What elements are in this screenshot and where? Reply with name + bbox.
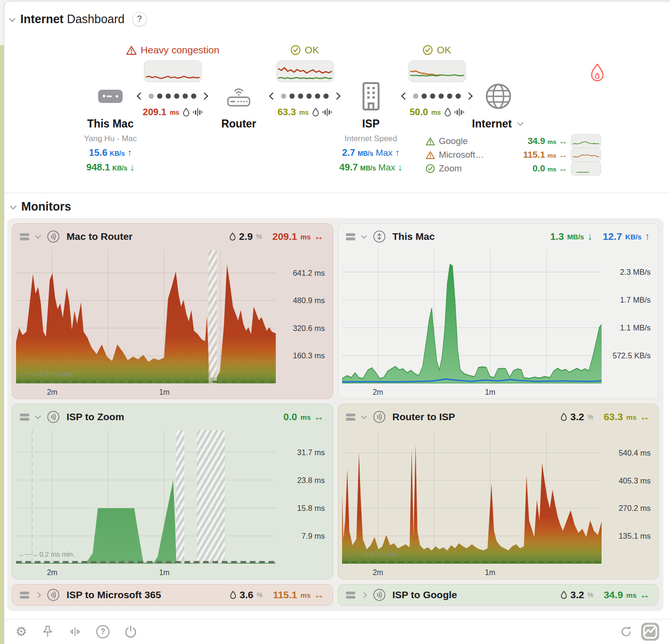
speed-value: 15.6 (89, 147, 108, 158)
monitor-title: Mac to Router (67, 231, 133, 242)
node-internet[interactable]: Internet (472, 83, 524, 130)
expand-chevron-icon[interactable] (35, 592, 41, 598)
pager-next-icon[interactable] (201, 92, 209, 100)
monitor-card-header[interactable]: ISP to Zoom 0.0 ms ↔ (12, 404, 333, 427)
x-axis-labels: 2m1m (16, 566, 276, 577)
latency-chart (16, 250, 276, 383)
node-isp[interactable]: ISP Internet Speed 2.7MB/sMax↑ 49.7MB/sM… (339, 83, 402, 173)
monitor-title: ISP to Google (393, 589, 457, 601)
drag-handle-icon[interactable] (20, 592, 29, 599)
chart-area[interactable]: 572.5 KB/s1.1 MB/s1.7 MB/s2.3 MB/s 2m1m (338, 248, 659, 398)
help-circle-icon[interactable]: ? (96, 625, 109, 638)
x-tick-label: 1m (485, 388, 495, 397)
loss-unit: % (587, 413, 593, 421)
destination-row-microsoft[interactable]: Microsoft… 115.1ms↔ (426, 148, 601, 161)
latency-value: 115.1 (273, 589, 297, 601)
download-arrow-icon: ↓ (398, 162, 402, 173)
collapse-chevron-icon[interactable] (361, 413, 367, 419)
split-horizontal-icon[interactable] (68, 626, 82, 637)
check-circle-icon (291, 45, 301, 55)
node-this-mac[interactable]: This Mac Yang Hu - Mac 15.6KB/s↑ 948.1KB… (84, 83, 137, 173)
monitor-title: ISP to Zoom (67, 411, 124, 423)
collapse-chevron-icon[interactable] (35, 413, 41, 419)
drag-handle-icon[interactable] (346, 592, 355, 599)
link-sparkline[interactable] (144, 60, 201, 82)
x-tick-label: 1m (159, 388, 169, 397)
collapse-chevron-icon[interactable] (10, 203, 17, 209)
link-sparkline[interactable] (408, 60, 466, 82)
refresh-icon[interactable] (620, 626, 632, 638)
node-router[interactable]: Router (221, 83, 256, 130)
monitor-card-header[interactable]: Router to ISP 3.2 % 63.3 ms ↔ (338, 404, 659, 427)
status-text: Heavy congestion (141, 44, 219, 56)
power-icon[interactable] (124, 625, 137, 638)
monitor-card-isp-to-microsoft-365[interactable]: ISP to Microsoft 365 3.6 % 115.1 ms ↔ (12, 584, 333, 606)
link-latency: 63.3 ms (277, 107, 332, 118)
collapse-chevron-icon[interactable] (35, 233, 41, 239)
bottom-toolbar: ⚙ ? (4, 619, 670, 644)
hop-pager[interactable] (270, 90, 340, 102)
drag-handle-icon[interactable] (346, 233, 355, 240)
pager-dot (430, 93, 436, 99)
drag-handle-icon[interactable] (346, 414, 355, 421)
globe-icon (485, 83, 512, 110)
x-tick-label: 1m (159, 568, 169, 577)
pager-dots (413, 93, 461, 99)
expand-chevron-icon[interactable] (361, 592, 367, 598)
drag-handle-icon[interactable] (20, 414, 29, 421)
min-latency-label: 0.6 ms min. (344, 551, 401, 558)
download-arrow-icon: ↓ (130, 162, 134, 173)
download-speed: 948.1KB/s↓ (86, 162, 134, 173)
packet-loss-drop-icon (183, 108, 190, 117)
both-ways-arrow-icon: ↔ (314, 231, 324, 242)
throughput-monitor-icon (373, 230, 386, 243)
collapse-chevron-icon[interactable] (9, 15, 16, 22)
upload-unit: KB/s (625, 233, 641, 241)
monitor-stats: 2.9 % 209.1 ms ↔ (229, 231, 324, 242)
monitor-card-header[interactable]: This Mac 1.3 MB/s ↓ 12.7 KB/s ↑ (338, 224, 659, 247)
chart-area[interactable]: 160.3 ms320.6 ms480.9 ms641.2 ms 2m1m 3.… (12, 248, 333, 398)
chart-area[interactable]: 7.9 ms15.8 ms23.8 ms31.7 ms 2m1m 0.2 ms … (12, 428, 333, 579)
destination-sparkline[interactable] (571, 161, 601, 176)
latency-value: 63.3 (603, 411, 623, 423)
monitor-card-isp-to-google[interactable]: ISP to Google 3.2 % 34.9 ms ↔ (338, 584, 659, 606)
destination-row-google[interactable]: Google 34.9ms↔ (426, 135, 601, 148)
pager-dot (166, 93, 171, 99)
speed-value: 948.1 (86, 162, 110, 173)
help-button[interactable]: ? (132, 12, 147, 26)
monitor-card-header[interactable]: Mac to Router 2.9 % 209.1 ms ↔ (12, 224, 333, 247)
pager-prev-icon[interactable] (137, 92, 144, 100)
y-axis-labels: 7.9 ms15.8 ms23.8 ms31.7 ms (278, 430, 333, 564)
speed-suffix: Max (378, 162, 395, 173)
hop-pager[interactable] (138, 90, 208, 102)
destination-latency: 115.1ms↔ (523, 150, 567, 160)
node-label-row: Internet (472, 118, 524, 130)
monitor-card-header[interactable]: ISP to Microsoft 365 3.6 % 115.1 ms ↔ (12, 585, 333, 605)
pager-dot (307, 93, 312, 99)
loss-unit: % (256, 233, 262, 240)
destination-sparkline[interactable] (571, 134, 601, 148)
collapse-chevron-icon[interactable] (361, 233, 367, 239)
link-sparkline[interactable] (276, 60, 334, 82)
packet-loss-drop-icon (229, 232, 236, 241)
link-status: OK (291, 44, 319, 56)
drag-handle-icon[interactable] (20, 233, 29, 240)
monitor-stats: 1.3 MB/s ↓ 12.7 KB/s ↑ (550, 231, 650, 242)
hop-pager[interactable] (402, 90, 472, 102)
internet-dropdown-chevron-icon[interactable] (518, 120, 524, 126)
speed-value: 49.7 (339, 162, 358, 173)
pager-prev-icon[interactable] (269, 92, 276, 100)
isp-building-icon (360, 83, 382, 110)
monitor-card-header[interactable]: ISP to Google 3.2 % 34.9 ms ↔ (338, 585, 659, 605)
app-logo-icon[interactable] (641, 622, 660, 641)
destination-row-zoom[interactable]: Zoom 0.0ms↔ (426, 162, 601, 175)
status-text: OK (305, 44, 319, 56)
y-tick-label: 135.1 ms (619, 532, 651, 541)
settings-gear-icon[interactable]: ⚙ (16, 626, 27, 638)
chart-area[interactable]: 135.1 ms270.2 ms405.3 ms540.4 ms 2m1m 0.… (338, 428, 659, 579)
destination-sparkline[interactable] (571, 148, 601, 162)
pin-icon[interactable] (42, 625, 54, 638)
link-latency: 209.1 ms (143, 107, 203, 118)
monitor-stats: 3.2 % 63.3 ms ↔ (561, 411, 650, 423)
pager-dot (439, 93, 444, 99)
